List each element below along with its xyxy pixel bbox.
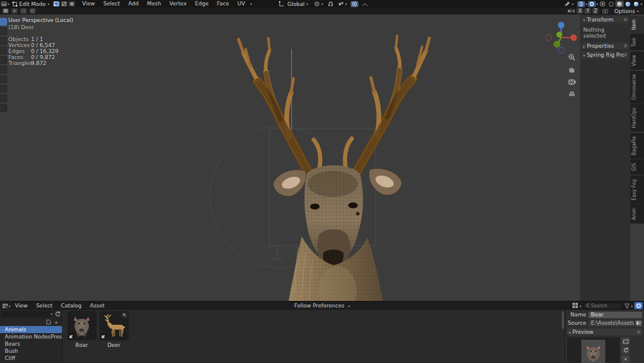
sidebar-tab[interactable]: Item: [630, 16, 644, 33]
catalog-item[interactable]: Animals: [0, 326, 62, 333]
add-catalog-button[interactable]: +: [54, 319, 58, 325]
asset-menu-item[interactable]: View: [11, 302, 32, 310]
asset-thumbnail[interactable]: ✎: [67, 311, 97, 340]
search-input[interactable]: [591, 303, 620, 309]
menu-item[interactable]: Face: [213, 0, 233, 8]
menu-item[interactable]: Mesh: [143, 0, 165, 8]
xray-toggle[interactable]: [599, 1, 606, 7]
shading-solid-button[interactable]: [615, 1, 624, 7]
snap-toggle[interactable]: [327, 1, 335, 7]
camera-view-button[interactable]: [567, 76, 577, 86]
sidebar-tab[interactable]: Omniverse: [630, 70, 644, 103]
sidebar-tab[interactable]: HardOps: [630, 104, 644, 132]
asset-menu-item[interactable]: Catalog: [57, 302, 86, 310]
grid-scrollbar[interactable]: [562, 311, 564, 329]
snap-options-icon[interactable]: [602, 8, 608, 14]
select-box-tool-button[interactable]: [0, 18, 7, 26]
show-overlays-toggle[interactable]: [588, 1, 596, 7]
gizmo-x-neg-axis[interactable]: [546, 35, 552, 41]
asset-grid[interactable]: ✎ Boar: [63, 310, 564, 363]
asset-tile[interactable]: ✎ Deer: [99, 311, 129, 363]
sidebar-tab[interactable]: Tool: [630, 34, 644, 51]
mirror-axis-button[interactable]: X: [577, 8, 583, 14]
gizmo-x-axis[interactable]: [571, 35, 577, 41]
rotate-tool-button[interactable]: [0, 47, 7, 54]
shading-chevron-icon[interactable]: ▾: [640, 2, 642, 6]
refresh-library-icon[interactable]: [55, 311, 61, 317]
catalog-item[interactable]: Bears: [0, 340, 62, 347]
filter-dropdown[interactable]: ▾: [624, 303, 633, 309]
menu-item[interactable]: Select: [99, 0, 124, 8]
properties-panel-header[interactable]: ▸ Properties ☰: [581, 42, 629, 50]
navigation-gizmo[interactable]: [544, 20, 578, 55]
proportional-editing-toggle[interactable]: [351, 1, 358, 7]
snap-settings-dropdown[interactable]: ▾: [335, 1, 350, 7]
extrude-tool-button[interactable]: [0, 94, 7, 102]
scale-tool-button[interactable]: [0, 56, 7, 64]
asset-search-box[interactable]: [583, 303, 623, 309]
shading-rendered-button[interactable]: [632, 1, 640, 7]
measure-tool-button[interactable]: [0, 85, 7, 93]
preview-panel-header[interactable]: ▾ Preview ☰: [567, 328, 642, 336]
spring-rig-panel-header[interactable]: ▾ Spring Rig Properties ☰: [581, 51, 629, 59]
catalog-item[interactable]: Animation NodesPresets: [0, 333, 62, 340]
panel-menu-icon[interactable]: ☰: [624, 17, 627, 22]
asset-menu-item[interactable]: Select: [32, 302, 57, 310]
menus-overflow-chevron-icon[interactable]: ▾: [250, 2, 252, 6]
editor-type-icon[interactable]: [1, 1, 7, 7]
asset-library-dropdown[interactable]: ▾: [1, 311, 54, 317]
gizmo-z-neg-axis[interactable]: [558, 47, 564, 53]
asset-tile[interactable]: ✎ Boar: [67, 311, 97, 363]
toggle-sidebar-gear-button[interactable]: [634, 302, 643, 309]
mirror-axis-button[interactable]: Y: [584, 8, 591, 14]
preview-menu-icon[interactable]: ☰: [637, 330, 640, 334]
catalog-file-icon[interactable]: [46, 319, 51, 325]
overlays-chevron-icon[interactable]: ▾: [596, 2, 598, 6]
sidebar-tab[interactable]: Easy Fog: [630, 176, 644, 204]
vertex-select-button[interactable]: [53, 1, 60, 7]
menu-item[interactable]: UV: [233, 0, 249, 8]
display-size-dropdown[interactable]: ▾: [572, 303, 581, 309]
menu-item[interactable]: Edge: [191, 0, 213, 8]
sidebar-tab[interactable]: Anim: [630, 204, 644, 224]
panel-menu-icon[interactable]: ☰: [624, 53, 627, 57]
transform-tool-button[interactable]: [0, 66, 7, 73]
import-method-dropdown[interactable]: Follow Preferences ▾: [294, 303, 349, 309]
annotate-tool-button[interactable]: [0, 75, 7, 83]
perspective-toggle-button[interactable]: [567, 88, 577, 98]
asset-thumbnail[interactable]: ✎: [100, 311, 129, 340]
catalog-item[interactable]: Cliff: [0, 355, 62, 362]
orientation-dropdown[interactable]: Global ▾: [284, 1, 311, 7]
refresh-preview-button[interactable]: [621, 346, 630, 354]
menu-item[interactable]: Add: [124, 0, 143, 8]
sidebar-tab[interactable]: GIS: [630, 159, 644, 175]
menu-item[interactable]: View: [78, 0, 99, 8]
load-preview-button[interactable]: [621, 337, 630, 345]
name-input[interactable]: Boar: [589, 312, 642, 318]
face-select-button[interactable]: [69, 1, 75, 7]
edge-select-button[interactable]: [61, 1, 67, 7]
select-tool-icon[interactable]: [20, 8, 27, 14]
sidebar-tab[interactable]: View: [630, 51, 644, 70]
asset-menu-item[interactable]: Asset: [86, 302, 109, 310]
tweak-tool-icon[interactable]: [11, 8, 18, 14]
shading-wireframe-button[interactable]: [607, 1, 615, 7]
shading-material-button[interactable]: [624, 1, 632, 7]
view-object-types-dropdown[interactable]: ▾: [561, 2, 577, 7]
cursor-tool-button[interactable]: [0, 27, 7, 35]
mode-dropdown[interactable]: Edit Mode ▾: [10, 1, 52, 7]
panel-menu-icon[interactable]: ☰: [624, 44, 627, 48]
catalog-item[interactable]: Bush: [0, 347, 62, 355]
gizmo-y-axis[interactable]: [556, 32, 562, 38]
falloff-dropdown[interactable]: [359, 1, 371, 7]
gizmo-chevron-icon[interactable]: ▾: [586, 2, 587, 6]
inset-tool-button[interactable]: [0, 104, 7, 112]
cursor-tool-icon[interactable]: [29, 8, 36, 14]
preview-more-button[interactable]: ▾: [621, 355, 630, 363]
asset-browser-editor-icon[interactable]: [2, 303, 8, 309]
menu-item[interactable]: Vertex: [165, 0, 191, 8]
show-gizmo-toggle[interactable]: [577, 1, 585, 7]
mirror-axis-button[interactable]: Z: [592, 8, 599, 14]
transform-panel-header[interactable]: ▾ Transform ☰: [581, 16, 629, 23]
move-tool-button[interactable]: [0, 37, 7, 45]
